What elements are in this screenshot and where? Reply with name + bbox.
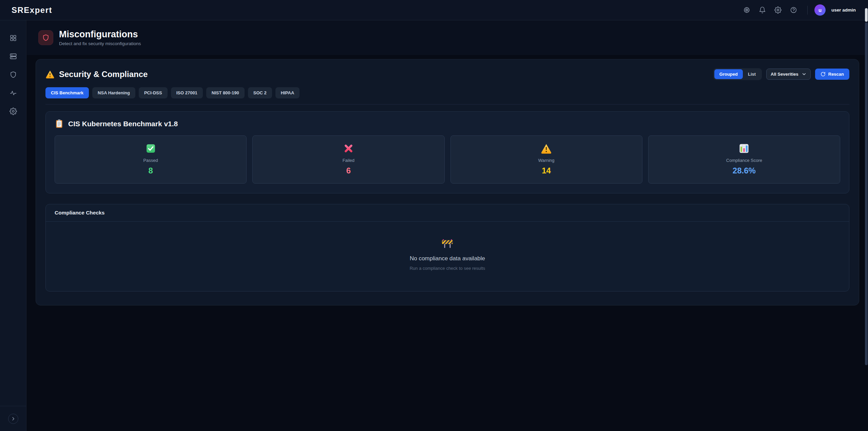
stat-card-compliance-score: Compliance Score 28.6% (648, 135, 840, 184)
chevron-right-icon (11, 416, 16, 421)
refresh-icon (821, 72, 826, 77)
stat-value: 28.6% (733, 166, 756, 175)
bar-chart-icon (738, 143, 750, 154)
warning-icon (45, 70, 55, 79)
security-compliance-panel: Security & Compliance Grouped List All S… (36, 59, 859, 305)
sidebar-expand-button[interactable] (8, 414, 18, 424)
stat-value: 8 (148, 166, 153, 175)
benchmark-title: CIS Kubernetes Benchmark v1.8 (68, 120, 178, 128)
warning-icon (541, 143, 552, 154)
cross-icon (343, 143, 354, 154)
clipboard-icon (55, 119, 64, 128)
scrollbar-thumb[interactable] (865, 22, 868, 365)
chevron-down-icon (802, 72, 806, 76)
sidebar-item-activity[interactable] (9, 89, 18, 97)
sidebar-item-dashboard[interactable] (9, 34, 18, 42)
page-title: Misconfigurations (59, 29, 141, 40)
tab-nist-800-190[interactable]: NIST 800-190 (206, 87, 245, 98)
tab-pci-dss[interactable]: PCI-DSS (139, 87, 168, 98)
benchmark-card: CIS Kubernetes Benchmark v1.8 Passed 8 (45, 111, 849, 193)
page-header: Misconfigurations Detect and fix securit… (27, 20, 868, 55)
page-subtitle: Detect and fix security misconfiguration… (59, 41, 141, 46)
dashboard-icon (9, 34, 17, 42)
topbar-divider (807, 6, 808, 15)
framework-tabs: CIS Benchmark NSA Hardening PCI-DSS ISO … (45, 87, 849, 105)
app-logo: SRExpert (12, 5, 52, 15)
gear-icon[interactable] (771, 3, 785, 17)
scrollbar-thumb-cap[interactable] (865, 8, 868, 22)
compliance-checks-card: Compliance Checks (45, 204, 849, 292)
view-toggle: Grouped List (713, 68, 762, 80)
tab-soc-2[interactable]: SOC 2 (248, 87, 272, 98)
stats-row: Passed 8 Failed 6 (55, 135, 840, 184)
misconfigurations-shield-icon (38, 30, 53, 45)
check-icon (145, 143, 156, 154)
severity-select-value: All Severities (771, 72, 798, 77)
severity-select[interactable]: All Severities (766, 69, 811, 80)
stat-card-warning: Warning 14 (450, 135, 642, 184)
stat-card-passed: Passed 8 (55, 135, 247, 184)
grouped-toggle-button[interactable]: Grouped (714, 69, 743, 79)
topbar: SRExpert u user admin (0, 0, 868, 20)
bell-icon[interactable] (756, 3, 769, 17)
compliance-checks-title: Compliance Checks (46, 204, 849, 222)
sidebar-item-settings[interactable] (9, 107, 18, 116)
sidebar (0, 20, 26, 431)
sidebar-footer (0, 406, 26, 431)
list-toggle-button[interactable]: List (743, 69, 761, 79)
tab-cis-benchmark[interactable]: CIS Benchmark (45, 87, 89, 98)
construction-icon (441, 237, 454, 250)
tab-hipaa[interactable]: HIPAA (275, 87, 300, 98)
empty-state: No compliance data available Run a compl… (46, 222, 849, 288)
empty-state-title: No compliance data available (410, 255, 485, 262)
help-icon[interactable] (787, 3, 801, 17)
shield-icon (9, 71, 17, 78)
servers-icon (9, 53, 17, 60)
panel-title: Security & Compliance (59, 70, 148, 79)
page-scrollbar[interactable] (865, 0, 868, 431)
stat-label: Compliance Score (726, 158, 762, 163)
stat-card-failed: Failed 6 (252, 135, 444, 184)
stat-label: Warning (538, 158, 555, 163)
tab-nsa-hardening[interactable]: NSA Hardening (92, 87, 135, 98)
tab-iso-27001[interactable]: ISO 27001 (171, 87, 203, 98)
main-content: Misconfigurations Detect and fix securit… (27, 20, 868, 431)
stat-label: Failed (343, 158, 354, 163)
empty-state-subtitle: Run a compliance check to see results (410, 266, 485, 271)
avatar[interactable]: u (814, 4, 826, 16)
rescan-button[interactable]: Rescan (815, 69, 849, 80)
stat-label: Passed (143, 158, 158, 163)
kubernetes-icon[interactable] (740, 3, 754, 17)
user-name: user admin (831, 7, 856, 13)
activity-icon (9, 89, 17, 97)
settings-icon (9, 108, 17, 115)
stat-value: 6 (346, 166, 351, 175)
sidebar-item-workloads[interactable] (9, 52, 18, 61)
sidebar-item-security[interactable] (9, 70, 18, 79)
stat-value: 14 (542, 166, 551, 175)
